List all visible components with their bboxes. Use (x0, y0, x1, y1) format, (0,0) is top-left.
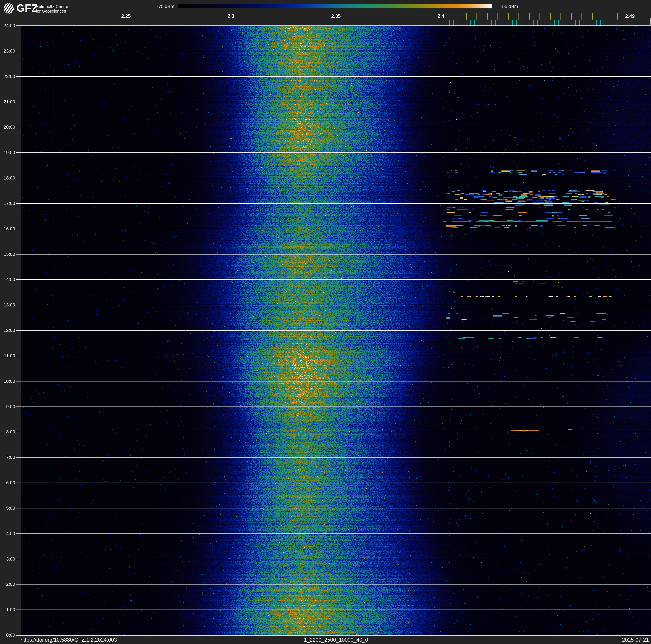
gfz-logo-acronym: GFZ (17, 2, 38, 14)
time-axis-label: 8:00 (6, 429, 15, 435)
footer-date: 2025-07-21 (622, 637, 649, 643)
time-axis-label: 4:00 (6, 531, 15, 536)
time-axis-label: 7:00 (6, 455, 15, 460)
frequency-axis-label: 2.35 (331, 13, 341, 19)
time-axis-label: 23:00 (4, 48, 15, 54)
time-axis-label: 22:00 (4, 74, 15, 79)
time-axis-label: 18:00 (4, 175, 15, 181)
spectrogram-page: GFZ Helmholtz Centre for Geosciences -75… (0, 0, 651, 644)
frequency-axis-label: 2.4 (438, 13, 444, 19)
frequency-axis-label: 2.3 (228, 13, 235, 19)
time-axis-label: 14:00 (4, 277, 15, 282)
time-axis-label: 13:00 (4, 302, 15, 308)
time-axis-label: 6:00 (6, 480, 15, 486)
time-axis-label: 16:00 (4, 226, 15, 232)
frequency-axis-label: 2.49 (625, 13, 635, 19)
time-axis-label: 20:00 (4, 124, 15, 130)
time-axis-label: 0:00 (6, 633, 15, 638)
time-axis-label: 2:00 (6, 582, 15, 587)
colorbar (178, 4, 492, 8)
gfz-logo-tagline-line2: for Geosciences (36, 9, 68, 13)
footer-doi: https://doi.org/10.5880/GFZ.1.2.2024.003 (21, 637, 117, 643)
time-axis-label: 9:00 (6, 404, 15, 409)
time-axis-label: 15:00 (4, 252, 15, 257)
time-axis-label: 11:00 (4, 353, 15, 358)
time-axis-label: 17:00 (4, 201, 15, 206)
time-axis-label: 19:00 (4, 150, 15, 155)
gfz-logo-icon (3, 3, 14, 14)
time-axis-label: 21:00 (4, 99, 15, 105)
time-axis-label: 24:00 (4, 23, 15, 28)
time-axis-label: 10:00 (4, 379, 15, 384)
colorbar-max-label: -55 dBm (501, 4, 518, 9)
frequency-axis-label: 2.25 (121, 13, 131, 19)
time-axis-label: 1:00 (6, 607, 15, 612)
footer-dataset-id: 1_2200_2500_10000_40_0 (304, 637, 368, 643)
spectrogram-canvas (0, 0, 651, 644)
colorbar-min-label: -75 dBm (57, 4, 174, 9)
time-axis-label: 5:00 (6, 505, 15, 511)
time-axis-label: 3:00 (6, 556, 15, 562)
time-axis-label: 12:00 (4, 328, 15, 333)
